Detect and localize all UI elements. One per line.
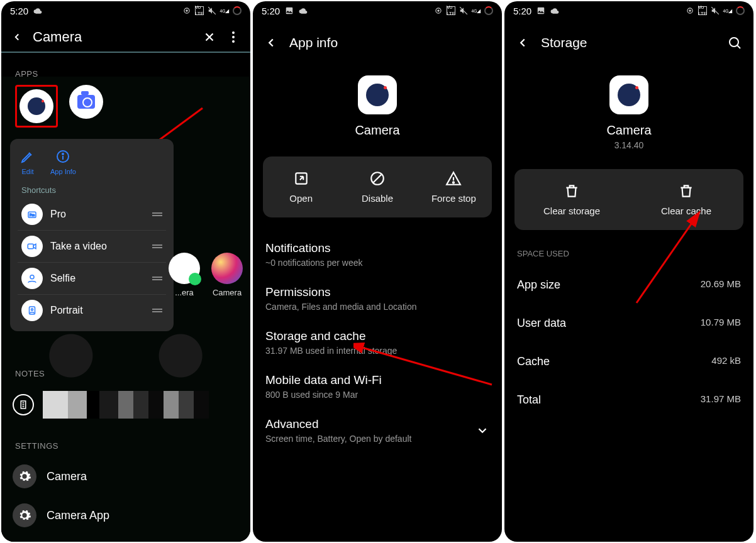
svg-point-27 bbox=[730, 38, 738, 47]
svg-point-24 bbox=[689, 9, 691, 12]
info-storage-cache[interactable]: Storage and cache 31.97 MB used in inter… bbox=[265, 321, 489, 365]
force-stop-button[interactable]: Force stop bbox=[416, 156, 492, 217]
side-app-1[interactable]: ...era bbox=[169, 253, 200, 297]
mute-icon bbox=[208, 6, 216, 15]
loading-icon bbox=[736, 6, 745, 15]
cast-icon bbox=[434, 6, 443, 15]
svg-point-0 bbox=[186, 9, 188, 12]
svg-point-11 bbox=[31, 309, 33, 310]
volte-icon: VoLTE bbox=[195, 6, 204, 15]
svg-point-14 bbox=[437, 9, 440, 12]
row-total[interactable]: Total 31.97 MB bbox=[517, 381, 741, 419]
app-version: 3.14.40 bbox=[614, 140, 644, 150]
pencil-icon bbox=[20, 149, 35, 164]
screen-storage: 5:20 VoLTE 4G◢ Storage Camera 3.14.40 Cl… bbox=[504, 1, 753, 542]
back-icon[interactable] bbox=[11, 31, 23, 43]
image-icon bbox=[285, 6, 294, 15]
appinfo-button[interactable]: App Info bbox=[50, 149, 76, 175]
gear-icon bbox=[13, 464, 36, 488]
edit-label: Edit bbox=[22, 168, 34, 175]
note-item[interactable] bbox=[1, 385, 250, 425]
shortcut-pro[interactable]: Pro Pro bbox=[18, 199, 166, 231]
drag-icon[interactable] bbox=[152, 277, 162, 280]
status-bar: 5:20 VoLTE 4G◢ bbox=[253, 1, 502, 20]
search-input[interactable]: Camera bbox=[33, 29, 192, 45]
info-notifications[interactable]: Notifications ~0 notifications per week bbox=[265, 233, 489, 277]
cast-icon bbox=[182, 6, 191, 15]
disable-icon bbox=[369, 170, 386, 187]
app-name: Camera bbox=[355, 123, 399, 138]
info-advanced[interactable]: Advanced Screen time, Battery, Open by d… bbox=[265, 409, 489, 452]
note-icon bbox=[13, 394, 34, 415]
row-cache[interactable]: Cache 492 kB bbox=[517, 343, 741, 381]
row-app-size[interactable]: App size 20.69 MB bbox=[517, 266, 741, 304]
gear-icon bbox=[13, 503, 36, 527]
app-icon bbox=[609, 75, 648, 114]
cast-icon bbox=[686, 6, 694, 15]
notes-section-label: NOTES bbox=[1, 331, 250, 385]
camera2-app-icon[interactable] bbox=[69, 85, 103, 119]
overflow-icon[interactable] bbox=[226, 30, 240, 44]
action-bar: Clear storage Clear cache bbox=[514, 169, 743, 230]
back-icon[interactable] bbox=[516, 36, 530, 50]
edit-button[interactable]: Edit bbox=[20, 149, 35, 175]
screen-app-info: 5:20 VoLTE 4G◢ App info Camera Open Disa… bbox=[253, 1, 502, 542]
space-used-label: SPACE USED bbox=[504, 230, 753, 261]
app-icon bbox=[358, 75, 397, 114]
clear-storage-button[interactable]: Clear storage bbox=[514, 169, 629, 230]
settings-camera-app[interactable]: Camera App bbox=[1, 496, 250, 535]
shortcut-selfie[interactable]: Selfie bbox=[18, 263, 166, 295]
cloud-icon bbox=[299, 6, 308, 15]
apps-section-label: APPS bbox=[1, 53, 250, 85]
instagram-cam-icon bbox=[211, 253, 243, 284]
svg-line-28 bbox=[737, 45, 740, 48]
svg-rect-8 bbox=[28, 244, 33, 249]
settings-section-label: SETTINGS bbox=[1, 425, 250, 457]
signal-icon: 4G◢ bbox=[220, 6, 229, 15]
pixelated-content bbox=[43, 391, 239, 419]
svg-point-9 bbox=[30, 275, 34, 279]
mute-icon bbox=[459, 6, 468, 15]
context-popup: Edit App Info Shortcuts Pro Pro bbox=[10, 139, 174, 331]
open-icon bbox=[293, 170, 309, 187]
back-icon[interactable] bbox=[264, 36, 278, 50]
cloud-icon bbox=[550, 6, 559, 15]
loading-icon bbox=[233, 6, 242, 15]
action-bar: Open Disable Force stop bbox=[263, 156, 492, 217]
loading-icon bbox=[484, 6, 493, 15]
trash-icon bbox=[678, 183, 694, 199]
drag-icon[interactable] bbox=[152, 244, 162, 248]
volte-icon: VoLTE bbox=[447, 6, 455, 15]
info-mobile-data[interactable]: Mobile data and Wi-Fi 800 B used since 9… bbox=[265, 365, 489, 409]
status-time: 5:20 bbox=[262, 6, 280, 16]
selfie-icon bbox=[21, 268, 43, 289]
clear-icon[interactable] bbox=[203, 30, 216, 44]
status-bar: 5:20 VoLTE 4G◢ bbox=[504, 1, 753, 20]
clear-cache-button[interactable]: Clear cache bbox=[629, 169, 743, 230]
highlight-box bbox=[15, 85, 58, 128]
drag-icon[interactable] bbox=[152, 309, 162, 312]
info-icon bbox=[55, 149, 70, 164]
status-time: 5:20 bbox=[10, 6, 28, 16]
search-icon[interactable] bbox=[727, 35, 742, 50]
open-button[interactable]: Open bbox=[263, 156, 339, 217]
svg-text:Pro: Pro bbox=[30, 213, 35, 217]
screen-search: 5:20 VoLTE 4G◢ Camera APPS bbox=[1, 1, 250, 542]
warning-icon bbox=[445, 170, 462, 187]
pro-icon: Pro bbox=[21, 204, 43, 225]
row-user-data[interactable]: User data 10.79 MB bbox=[517, 304, 741, 343]
volte-icon: VoLTE bbox=[698, 6, 707, 15]
drag-icon[interactable] bbox=[152, 212, 162, 216]
disable-button[interactable]: Disable bbox=[339, 156, 415, 217]
info-permissions[interactable]: Permissions Camera, Files and media and … bbox=[265, 277, 489, 321]
video-icon bbox=[21, 236, 43, 257]
search-bar[interactable]: Camera bbox=[1, 20, 250, 53]
svg-point-5 bbox=[62, 153, 64, 155]
settings-camera[interactable]: Camera bbox=[1, 457, 250, 496]
shortcut-video[interactable]: Take a video bbox=[18, 231, 166, 263]
whatsapp-cam-icon bbox=[169, 253, 200, 284]
page-title: App info bbox=[289, 35, 338, 50]
camera-app-icon[interactable] bbox=[19, 89, 53, 123]
shortcut-portrait[interactable]: Portrait bbox=[18, 295, 166, 326]
side-app-2[interactable]: Camera bbox=[211, 253, 243, 297]
